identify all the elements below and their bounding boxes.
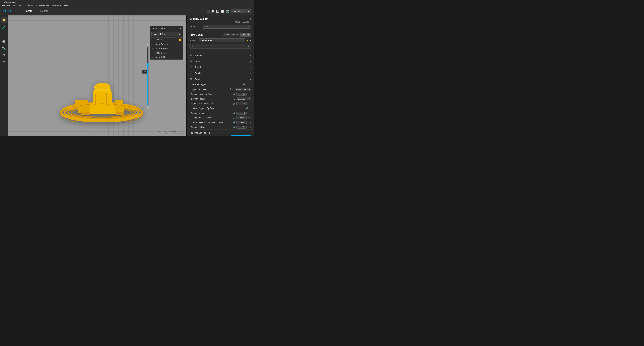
init-layer-link-icon[interactable]: 🔗	[233, 121, 236, 124]
slider-down-arrow[interactable]: ▼	[147, 107, 149, 109]
menu-view[interactable]: View	[12, 4, 18, 7]
setting-support-pattern: Support Pattern 🔗 Zig Zag ▾	[187, 96, 254, 101]
gen-support-reset-icon[interactable]: ↺	[246, 83, 248, 86]
profile-star-button[interactable]: ★	[246, 39, 248, 42]
overhang-link-icon[interactable]: 🔗	[233, 93, 236, 95]
top-right-controls: ⬛ 🔲 🔳 ⬜ 📷 Layer view ▾	[206, 9, 251, 13]
printer-name: Creality CR-10	[189, 18, 208, 21]
density-input[interactable]	[236, 111, 246, 115]
zigzag-link-icon[interactable]: 🔗	[246, 107, 248, 109]
sidebar-support-button[interactable]: 🔩	[1, 45, 7, 51]
tab-prepare[interactable]: Prepare	[20, 7, 36, 15]
tab-monitor[interactable]: Monitor	[36, 7, 52, 15]
pattern-chevron-icon: ▾	[249, 98, 250, 100]
sidebar-mirror-button[interactable]: ⊞	[1, 59, 7, 66]
gen-support-link-icon[interactable]: 🔗	[243, 83, 245, 86]
sidebar-modifier-button[interactable]: ⬤	[1, 38, 7, 44]
dropdown-extruder1[interactable]: ✓ Extruder 1	[150, 38, 183, 42]
line-distance-input[interactable]	[236, 116, 246, 119]
menu-extensions[interactable]: Extensions	[27, 4, 38, 7]
category-speed-header[interactable]: ◎ Speed ›	[187, 58, 254, 64]
svg-point-22	[95, 83, 110, 89]
save-to-file-button[interactable]: Save to File	[231, 135, 251, 136]
category-cooling-header[interactable]: ✳ Cooling ›	[187, 70, 254, 76]
right-panel: Creality CR-10 ▾ Check compatibility Mat…	[186, 16, 254, 136]
line-dist-link-icon[interactable]: 🔗	[233, 117, 236, 119]
menu-file[interactable]: File	[1, 4, 6, 7]
layer-value-badge: 70	[142, 70, 147, 74]
profile-row: Profile: Fine - 0.1mm ▾ ★ ▾	[189, 39, 251, 43]
material-label: Material	[189, 25, 201, 28]
slider-up-arrow[interactable]: ▲	[147, 43, 149, 45]
print-info: 00h 11min 0.22m / ~ 1g	[189, 136, 204, 136]
camera-icon[interactable]: 📷	[226, 10, 229, 13]
search-input[interactable]	[190, 44, 247, 48]
dropdown-show-travels[interactable]: ✓ Show Travels	[150, 42, 183, 46]
travel-category-icon: ↗	[189, 66, 193, 69]
pattern-link-icon[interactable]: 🔗	[234, 98, 236, 100]
maximize-button[interactable]: ❐	[244, 1, 247, 3]
wireframe-icon[interactable]: ⬜	[221, 10, 224, 13]
dropdown-chevron-icon: ▾	[248, 10, 249, 13]
pattern-select[interactable]: Zig Zag ▾	[238, 97, 251, 100]
z-dist-link-icon[interactable]: 🔗	[233, 126, 236, 128]
initial-layer-distance-input[interactable]	[236, 121, 246, 124]
wall-count-link-icon[interactable]: 🔗	[233, 103, 236, 105]
solid-icon[interactable]: 🔳	[216, 10, 219, 13]
tab-recommended[interactable]: Recommended	[222, 33, 240, 37]
top-nav: cura. Prepare Monitor ⬛ 🔲 🔳 ⬜ 📷 Layer vi…	[0, 7, 254, 16]
support-chevron-icon: ▾	[250, 78, 251, 80]
menu-edit[interactable]: Edit	[6, 4, 11, 7]
sidebar-settings-button[interactable]: ⚙	[1, 52, 7, 58]
placement-reset-icon[interactable]: ↺	[232, 88, 234, 90]
close-button[interactable]: ✕	[249, 1, 252, 3]
cooling-chevron-icon: ›	[250, 72, 251, 74]
category-cooling: ✳ Cooling ›	[187, 70, 254, 76]
printer-chevron-icon[interactable]: ▾	[250, 18, 251, 20]
search-menu-icon[interactable]: ≡	[247, 45, 251, 48]
material-chevron-icon: ▾	[248, 25, 250, 28]
profile-dropdown-icon[interactable]: ▾	[250, 39, 251, 42]
tab-custom[interactable]: Custom	[240, 33, 251, 37]
sidebar-open-button[interactable]: 📁	[1, 17, 7, 23]
extruder-dot	[179, 39, 181, 41]
dropdown-show-helpers[interactable]: ✓ Show Helpers	[150, 46, 183, 51]
overhang-input[interactable]	[236, 93, 246, 96]
category-material-header[interactable]: ▤ Material ›	[187, 52, 254, 58]
material-select[interactable]: PLA ▾	[203, 25, 251, 29]
zigzag-checkbox[interactable]: ✓	[249, 107, 251, 110]
logo-text: cura	[3, 9, 12, 13]
category-travel-header[interactable]: ↗ Travel ›	[187, 64, 254, 70]
dropdown-show-shell[interactable]: ✓ Show Shell	[150, 51, 183, 55]
color-scheme-header[interactable]: Color scheme ▾	[150, 26, 183, 31]
color-scheme-select[interactable]: Material Color	[152, 32, 181, 37]
menu-marketplace[interactable]: Marketplace	[38, 4, 50, 7]
wall-count-input[interactable]	[236, 102, 246, 105]
minimize-button[interactable]: —	[238, 1, 242, 3]
placement-link-icon[interactable]: 🔗	[229, 88, 231, 90]
view-dropdown[interactable]: Layer view ▾	[231, 9, 251, 13]
sidebar-marketplace-button[interactable]: 🧪	[1, 24, 7, 30]
z-distance-input[interactable]	[236, 126, 246, 129]
menu-bar: File Edit View Settings Extensions Marke…	[0, 4, 254, 7]
density-link-icon[interactable]: 🔗	[233, 112, 236, 114]
category-material: ▤ Material ›	[187, 52, 254, 58]
cube-icon[interactable]: ⬛	[206, 10, 210, 13]
category-support-header[interactable]: ⊞ Support ▾	[187, 76, 254, 82]
menu-preferences[interactable]: Preferences	[51, 4, 62, 7]
bottom-panel: Ready to Save to File 00h 11min 0.22m / …	[187, 130, 254, 136]
printer-header: Creality CR-10 ▾	[189, 18, 251, 21]
gen-support-checkbox[interactable]: ✓	[249, 83, 251, 86]
profile-select[interactable]: Fine - 0.1mm ▾	[199, 39, 245, 43]
dropdown-show-infill[interactable]: ✓ Show Infill	[150, 55, 183, 59]
color-scheme-select-row: Material Color	[150, 31, 183, 38]
svg-rect-19	[81, 112, 90, 115]
placement-select[interactable]: Touching Build... ▾	[234, 88, 251, 91]
menu-settings[interactable]: Settings	[18, 4, 26, 7]
layers-icon[interactable]: 🔲	[211, 10, 215, 13]
layer-slider[interactable]	[146, 47, 150, 105]
print-time: 00h 11min	[189, 136, 204, 136]
menu-help[interactable]: Help	[63, 4, 69, 7]
sidebar-shapes-button[interactable]: ⬡	[1, 31, 7, 37]
check-compat-link[interactable]: Check compatibility	[189, 21, 251, 23]
